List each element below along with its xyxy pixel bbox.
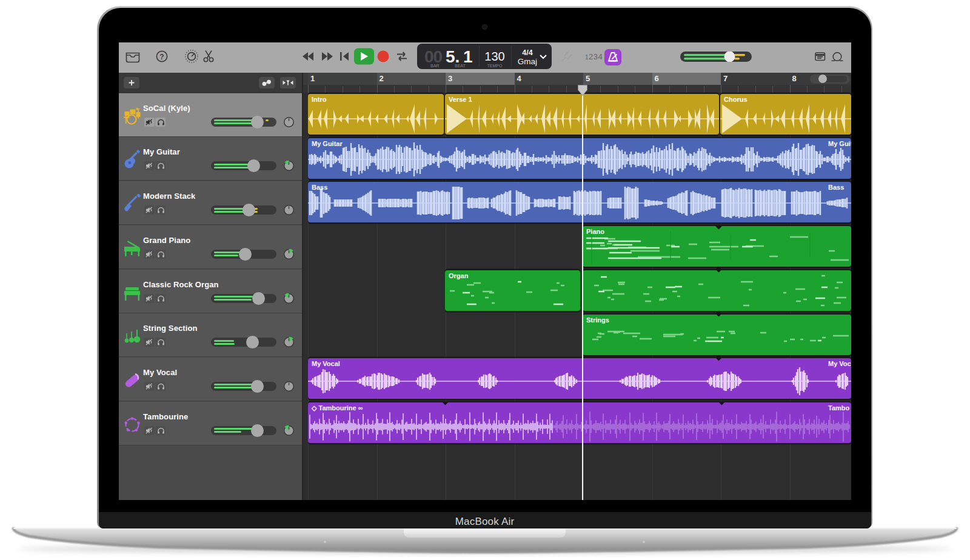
svg-text:BAR: BAR: [430, 64, 439, 68]
svg-text:130: 130: [484, 50, 504, 63]
svg-text:4/4: 4/4: [522, 48, 532, 57]
svg-text:BEAT: BEAT: [455, 64, 466, 68]
svg-text:TEMPO: TEMPO: [487, 64, 503, 68]
svg-text:Gmaj: Gmaj: [518, 57, 537, 66]
